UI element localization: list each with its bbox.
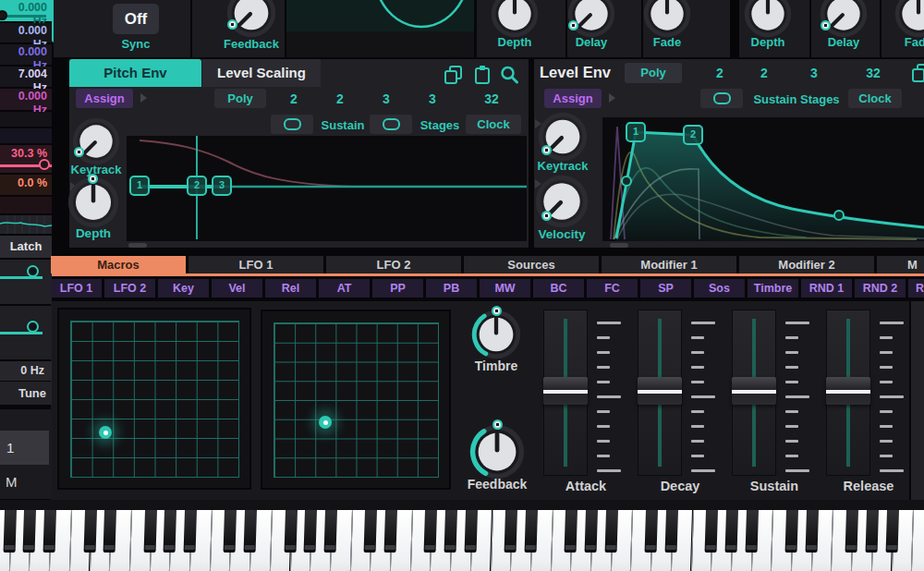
mod-indicator-dot[interactable] xyxy=(492,419,503,430)
piano-key-black[interactable] xyxy=(364,510,377,553)
mod-indicator-dot[interactable] xyxy=(88,174,98,184)
piano-key-black[interactable] xyxy=(384,510,397,553)
assign-arrow-icon[interactable] xyxy=(140,93,147,103)
source-pill-vel[interactable]: Vel xyxy=(212,279,262,298)
mod-indicator-dot[interactable] xyxy=(74,147,84,157)
paste-icon[interactable] xyxy=(472,65,492,85)
mod-indicator-dot[interactable] xyxy=(568,20,578,30)
source-pill-rnd-1[interactable]: RND 1 xyxy=(801,279,852,298)
macro-slider-handle[interactable] xyxy=(543,377,588,405)
sidebar-value-row[interactable]: 7.004 Hz xyxy=(0,67,52,87)
depth-knob-pitch[interactable] xyxy=(67,176,119,228)
piano-key-black[interactable] xyxy=(604,510,617,553)
sync-off-button[interactable]: Off xyxy=(113,4,159,34)
source-pill-sos[interactable]: Sos xyxy=(694,279,745,298)
assign-arrow-icon[interactable] xyxy=(609,93,615,103)
list-item[interactable]: M xyxy=(0,467,52,497)
piano-key-black[interactable] xyxy=(585,510,598,553)
mod-indicator-dot[interactable] xyxy=(492,306,502,316)
slider-handle[interactable] xyxy=(27,265,39,277)
env-value[interactable]: 3 xyxy=(368,90,405,108)
tab-macros[interactable]: Macros xyxy=(51,256,186,273)
assign-button[interactable]: Assign xyxy=(544,89,602,108)
source-pill-rnd-2[interactable]: RND 2 xyxy=(855,279,906,298)
piano-key-black[interactable] xyxy=(284,510,297,553)
piano-key-black[interactable] xyxy=(224,510,237,553)
piano-key-white[interactable] xyxy=(911,510,924,571)
tab-level-scaling[interactable]: Level Scaling xyxy=(202,59,321,87)
mod-indicator-dot[interactable] xyxy=(541,145,552,155)
piano-key-black[interactable] xyxy=(184,510,197,553)
slider-track[interactable] xyxy=(0,332,43,334)
piano-key-black[interactable] xyxy=(323,510,336,553)
slider-track[interactable] xyxy=(0,276,43,279)
hz-value[interactable]: 0 Hz xyxy=(0,361,52,381)
scrollbar-handle[interactable] xyxy=(128,243,147,248)
source-pill-rel[interactable]: Rel xyxy=(265,279,316,298)
sidebar-percent-row[interactable]: 30.3 % xyxy=(0,145,52,173)
loop-button[interactable] xyxy=(370,115,412,134)
source-pill-at[interactable]: AT xyxy=(319,279,370,298)
env-node-handle[interactable] xyxy=(833,210,845,221)
slider-handle[interactable] xyxy=(0,10,7,20)
tab-lfo-1[interactable]: LFO 1 xyxy=(188,256,323,273)
tune-button[interactable]: Tune xyxy=(0,382,52,405)
piano-key-black[interactable] xyxy=(565,510,578,553)
env-node[interactable]: 2 xyxy=(683,125,703,145)
env-node[interactable]: 1 xyxy=(626,122,646,142)
list-item[interactable]: 1 xyxy=(0,431,49,465)
tab-lfo-2[interactable]: LFO 2 xyxy=(326,256,461,273)
piano-key-black[interactable] xyxy=(83,510,96,553)
assign-button[interactable]: Assign xyxy=(76,89,133,108)
mod-indicator-dot[interactable] xyxy=(821,20,831,30)
env-value[interactable]: 2 xyxy=(275,90,312,108)
slider-handle[interactable] xyxy=(27,321,39,333)
piano-key-black[interactable] xyxy=(424,510,437,553)
env-node[interactable]: 1 xyxy=(129,176,150,196)
source-pill-lfo-1[interactable]: LFO 1 xyxy=(51,279,102,298)
source-pill-fc[interactable]: FC xyxy=(587,279,638,298)
env-value[interactable]: 2 xyxy=(746,64,783,82)
tab-modifier-2[interactable]: Modifier 2 xyxy=(739,256,874,273)
piano-key-black[interactable] xyxy=(23,510,36,553)
scrollbar-handle[interactable] xyxy=(610,243,628,248)
env-value[interactable]: 2 xyxy=(701,64,738,82)
search-icon[interactable] xyxy=(499,65,519,85)
macro-slider-handle[interactable] xyxy=(826,377,870,405)
source-pill-key[interactable]: Key xyxy=(158,279,209,298)
piano-key-black[interactable] xyxy=(865,510,878,553)
sidebar-percent-row[interactable]: 0.0 % xyxy=(0,175,52,195)
piano-key-black[interactable] xyxy=(103,510,116,553)
source-pill-lfo-2[interactable]: LFO 2 xyxy=(104,279,155,298)
tab-pitch-env[interactable]: Pitch Env xyxy=(69,59,201,87)
fade-knob-1[interactable] xyxy=(643,0,691,38)
source-pill-pb[interactable]: PB xyxy=(426,279,477,298)
mod-indicator-dot[interactable] xyxy=(227,19,237,30)
copy-icon[interactable] xyxy=(443,65,465,85)
poly-button[interactable]: Poly xyxy=(625,63,682,83)
source-pill-r[interactable]: R xyxy=(908,279,924,298)
piano-key-black[interactable] xyxy=(845,510,858,553)
env-value[interactable]: 3 xyxy=(796,64,833,82)
piano-key-black[interactable] xyxy=(645,510,658,553)
piano-key-black[interactable] xyxy=(505,510,517,553)
feedback-knob-macro[interactable] xyxy=(469,424,525,480)
piano-key-black[interactable] xyxy=(143,510,156,553)
env-node[interactable]: 2 xyxy=(187,176,207,196)
piano-key-black[interactable] xyxy=(805,510,818,553)
piano-key-black[interactable] xyxy=(464,510,477,553)
sidebar-value-row[interactable]: 0.000 Hz xyxy=(0,23,52,43)
delay-knob-2[interactable] xyxy=(820,0,868,38)
slider-handle[interactable] xyxy=(39,159,50,170)
wave-display[interactable] xyxy=(286,0,474,31)
env-value[interactable]: 32 xyxy=(473,90,510,108)
env-value[interactable]: 2 xyxy=(322,90,359,108)
clock-button[interactable]: Clock xyxy=(848,89,902,108)
env-value[interactable]: 32 xyxy=(855,64,892,82)
mod-indicator-dot[interactable] xyxy=(541,211,552,221)
delay-knob-1[interactable] xyxy=(567,0,615,38)
depth-knob-2[interactable] xyxy=(744,0,792,38)
xy-pad-2[interactable] xyxy=(261,310,451,490)
timbre-knob[interactable] xyxy=(471,310,521,359)
source-pill-sp[interactable]: SP xyxy=(640,279,691,298)
